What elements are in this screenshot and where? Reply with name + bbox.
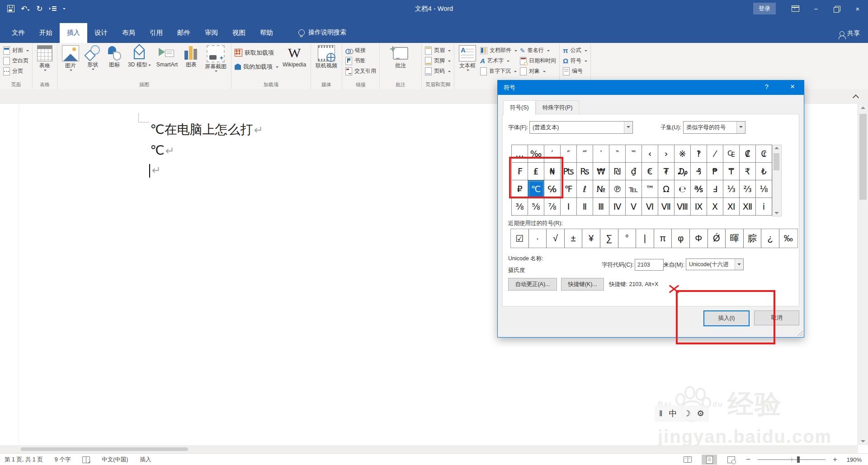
page-indicator[interactable]: 第 1 页, 共 1 页 (5, 456, 43, 464)
ribbon-button-header[interactable]: 页眉 (424, 46, 452, 55)
combo-arrow-icon[interactable] (736, 122, 745, 133)
symbol-cell[interactable]: ℃ (528, 180, 544, 198)
recent-symbol-cell[interactable]: ∑ (600, 229, 618, 248)
doc-line-3[interactable]: ↵ (149, 163, 161, 178)
tab-帮助[interactable]: 帮助 (253, 23, 280, 43)
symbol-cell[interactable]: ‷ (626, 145, 642, 163)
from-combobox[interactable]: Unicode(十六进 (686, 258, 744, 270)
ribbon-button-cross-reference[interactable]: 交叉引用 (344, 66, 377, 76)
dialog-resize-grip[interactable] (797, 330, 803, 336)
symbol-cell[interactable]: ₪ (609, 163, 626, 180)
read-mode-button[interactable] (680, 455, 695, 465)
dialog-tab[interactable]: 符号(S) (503, 100, 536, 115)
save-icon[interactable] (7, 5, 14, 12)
symbol-cell[interactable]: Ⅳ (609, 198, 626, 216)
symbol-cell[interactable]: Ⅰ (561, 198, 577, 216)
symbol-cell[interactable]: ‰ (528, 145, 544, 163)
ribbon-button-textbox[interactable]: 文本框 (457, 44, 478, 72)
symbol-cell[interactable]: Ⅵ (642, 198, 658, 216)
ribbon-button-online-video[interactable]: 联机视频 (313, 44, 340, 70)
recent-symbol-cell[interactable]: π (654, 229, 672, 248)
sign-in-button[interactable]: 登录 (753, 3, 776, 14)
symbol-cell[interactable]: Ⅷ (675, 198, 691, 216)
tab-开始[interactable]: 开始 (32, 23, 60, 43)
proofing-icon[interactable] (82, 456, 90, 463)
zoom-level[interactable]: 190% (844, 456, 862, 463)
symbol-cell[interactable]: ₰ (691, 163, 707, 180)
recent-symbol-cell[interactable]: Ǿ (708, 229, 726, 248)
customize-qat-icon[interactable] (63, 8, 66, 11)
ribbon-button-wordart[interactable]: A艺术字 (479, 56, 518, 66)
tell-me-search[interactable]: 操作说明搜索 (298, 28, 346, 37)
ribbon-button-comment[interactable]: 批注 (391, 44, 410, 70)
symbol-cell[interactable]: ₠ (723, 145, 740, 163)
symbol-cell[interactable]: Ⅸ (691, 198, 707, 216)
tab-插入[interactable]: 插入 (60, 23, 87, 43)
zoom-in-button[interactable]: + (832, 455, 838, 464)
recent-symbol-cell[interactable]: 暉 (726, 229, 744, 248)
character-code-input[interactable]: 2103 (635, 259, 664, 271)
ime-moon-icon[interactable]: ☽ (683, 409, 690, 418)
symbol-cell[interactable]: ₤ (528, 163, 544, 180)
grid-scrollbar-thumb[interactable] (774, 153, 779, 170)
symbol-cell[interactable]: ⅔ (740, 180, 756, 198)
cancel-button[interactable]: 取消 (754, 310, 799, 325)
minimize-button[interactable]: − (806, 0, 826, 17)
ribbon-button-get-addins[interactable]: 获取加载项 (234, 48, 279, 57)
symbol-cell[interactable]: ′ (544, 145, 561, 163)
recent-symbol-cell[interactable]: φ (672, 229, 690, 248)
scroll-down-icon[interactable] (861, 440, 865, 442)
ime-settings-icon[interactable]: ⚙ (697, 409, 704, 418)
symbol-cell[interactable]: ™ (642, 180, 658, 198)
word-count[interactable]: 9 个字 (55, 456, 71, 464)
symbol-cell[interactable]: ₽ (512, 180, 528, 198)
dialog-title-bar[interactable]: 符号 (498, 80, 804, 95)
symbol-cell[interactable]: ″ (561, 145, 577, 163)
symbol-cell[interactable]: ₧ (561, 163, 577, 180)
vertical-scrollbar[interactable] (858, 104, 868, 445)
paragraph-format-icon[interactable] (49, 6, 57, 11)
symbol-cell[interactable]: Ⅺ (723, 198, 740, 216)
print-layout-button[interactable] (702, 455, 717, 465)
symbol-cell[interactable]: ⅜ (512, 198, 528, 216)
ribbon-button-icons[interactable]: 图标 (104, 44, 125, 69)
dialog-tab[interactable]: 特殊字符(P) (536, 100, 580, 115)
zoom-slider[interactable] (758, 459, 826, 460)
tab-邮件[interactable]: 邮件 (170, 23, 198, 43)
horizontal-scrollbar-thumb[interactable] (21, 447, 188, 451)
symbol-cell[interactable]: ₹ (740, 163, 756, 180)
symbol-cell[interactable]: € (642, 163, 658, 180)
symbol-cell[interactable]: ₩ (593, 163, 609, 180)
ribbon-button-symb[interactable]: Ω符号 (562, 56, 588, 66)
ime-language-icon[interactable]: 中 (669, 408, 677, 419)
scroll-up-icon[interactable] (861, 107, 865, 109)
language-indicator[interactable]: 中文(中国) (102, 456, 128, 464)
symbol-cell[interactable]: № (593, 180, 609, 198)
ribbon-button-date-time[interactable]: 日期和时间 (519, 56, 557, 66)
symbol-cell[interactable]: ⅓ (723, 180, 740, 198)
ribbon-display-options-button[interactable] (785, 0, 806, 17)
ribbon-button-quick-parts[interactable]: 文档部件 (479, 46, 518, 55)
symbol-cell[interactable]: Ⅻ (740, 198, 756, 216)
symbol-cell[interactable]: ₣ (512, 163, 528, 180)
symbol-cell[interactable]: Ⅹ (707, 198, 723, 216)
ribbon-button-chart[interactable]: 图表 (181, 44, 202, 69)
tab-视图[interactable]: 视图 (225, 23, 253, 43)
vertical-scrollbar-thumb[interactable] (859, 114, 867, 200)
zoom-out-button[interactable]: − (745, 455, 751, 464)
recent-symbol-cell[interactable]: | (636, 229, 654, 248)
ribbon-button-object[interactable]: 对象 (519, 66, 557, 76)
symbol-cell[interactable]: ₺ (756, 163, 772, 180)
redo-icon[interactable]: ↻ (36, 5, 42, 13)
ribbon-button-shapes[interactable]: 形状 (82, 44, 103, 71)
symbol-cell[interactable]: ₡ (740, 145, 756, 163)
autocorrect-button[interactable]: 自动更正(A)... (508, 278, 557, 291)
symbol-cell[interactable]: Ⅲ (593, 198, 609, 216)
symbol-cell[interactable]: ⅝ (528, 198, 544, 216)
symbol-cell[interactable]: ‵ (593, 145, 609, 163)
ribbon-button-link[interactable]: 链接 (344, 46, 367, 55)
recent-symbol-cell[interactable]: ¥ (582, 229, 600, 248)
symbol-cell[interactable]: ₦ (544, 163, 561, 180)
ribbon-button-page-number[interactable]: 页码 (424, 66, 452, 76)
symbol-cell[interactable]: ※ (675, 145, 691, 163)
